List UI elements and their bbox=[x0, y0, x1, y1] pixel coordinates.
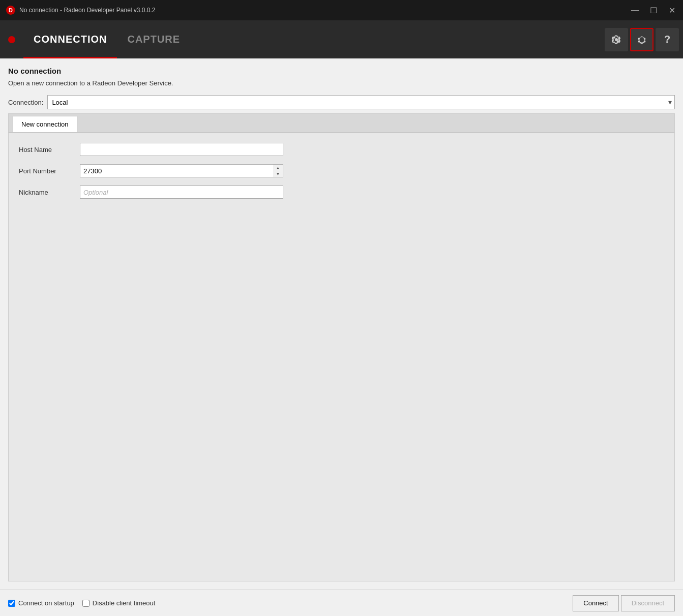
bug-report-button[interactable] bbox=[630, 28, 654, 51]
help-button[interactable]: ? bbox=[656, 28, 679, 51]
nickname-input[interactable] bbox=[80, 186, 283, 199]
window-controls: — ☐ ✕ bbox=[630, 6, 677, 15]
window-title: No connection - Radeon Developer Panel v… bbox=[19, 7, 626, 14]
connect-on-startup-label: Connect on startup bbox=[18, 599, 74, 607]
host-name-row: Host Name bbox=[19, 143, 664, 156]
settings-button[interactable] bbox=[605, 28, 628, 51]
tab-dot-indicator bbox=[8, 36, 15, 43]
nickname-row: Nickname bbox=[19, 186, 664, 199]
panel-body: Host Name Port Number ▲ ▼ Nickname bbox=[9, 133, 674, 581]
status-title: No connection bbox=[8, 67, 675, 75]
disable-client-timeout-checkbox[interactable] bbox=[82, 600, 90, 607]
port-input-wrapper: ▲ ▼ bbox=[80, 164, 283, 177]
connect-on-startup-group: Connect on startup bbox=[8, 599, 74, 607]
panel-tab-bar: New connection bbox=[9, 114, 674, 133]
connection-select-wrapper: Local Remote ▾ bbox=[47, 95, 675, 109]
disable-timeout-group: Disable client timeout bbox=[82, 599, 156, 607]
host-name-label: Host Name bbox=[19, 146, 80, 153]
tab-bar: CONNECTION CAPTURE ? bbox=[0, 20, 683, 58]
connect-button[interactable]: Connect bbox=[573, 595, 618, 611]
bottom-buttons: Connect Disconnect bbox=[573, 595, 675, 611]
port-number-label: Port Number bbox=[19, 167, 80, 175]
minimize-button[interactable]: — bbox=[630, 6, 640, 15]
connection-label: Connection: bbox=[8, 99, 43, 106]
restore-button[interactable]: ☐ bbox=[648, 6, 659, 15]
panel-tab-new-connection[interactable]: New connection bbox=[13, 116, 77, 132]
port-spinners: ▲ ▼ bbox=[273, 164, 283, 177]
disconnect-button: Disconnect bbox=[621, 595, 675, 611]
bottom-bar: Connect on startup Disable client timeou… bbox=[0, 590, 683, 616]
main-content: No connection Open a new connection to a… bbox=[0, 58, 683, 590]
port-number-input[interactable] bbox=[80, 164, 273, 177]
panel: New connection Host Name Port Number ▲ ▼ bbox=[8, 113, 675, 581]
tab-connection[interactable]: CONNECTION bbox=[23, 20, 117, 58]
port-increment-button[interactable]: ▲ bbox=[273, 165, 283, 171]
app-icon: D bbox=[6, 6, 15, 15]
connect-on-startup-checkbox[interactable] bbox=[8, 600, 15, 607]
port-number-row: Port Number ▲ ▼ bbox=[19, 164, 664, 177]
status-description: Open a new connection to a Radeon Develo… bbox=[8, 79, 675, 87]
title-bar: D No connection - Radeon Developer Panel… bbox=[0, 0, 683, 20]
tab-capture[interactable]: CAPTURE bbox=[117, 20, 190, 58]
disable-client-timeout-label: Disable client timeout bbox=[93, 599, 156, 607]
connection-select[interactable]: Local Remote bbox=[47, 95, 675, 109]
port-decrement-button[interactable]: ▼ bbox=[273, 171, 283, 177]
close-button[interactable]: ✕ bbox=[667, 6, 677, 15]
host-name-input[interactable] bbox=[80, 143, 283, 156]
nickname-label: Nickname bbox=[19, 189, 80, 196]
connection-row: Connection: Local Remote ▾ bbox=[8, 95, 675, 109]
toolbar-icons: ? bbox=[605, 28, 683, 51]
